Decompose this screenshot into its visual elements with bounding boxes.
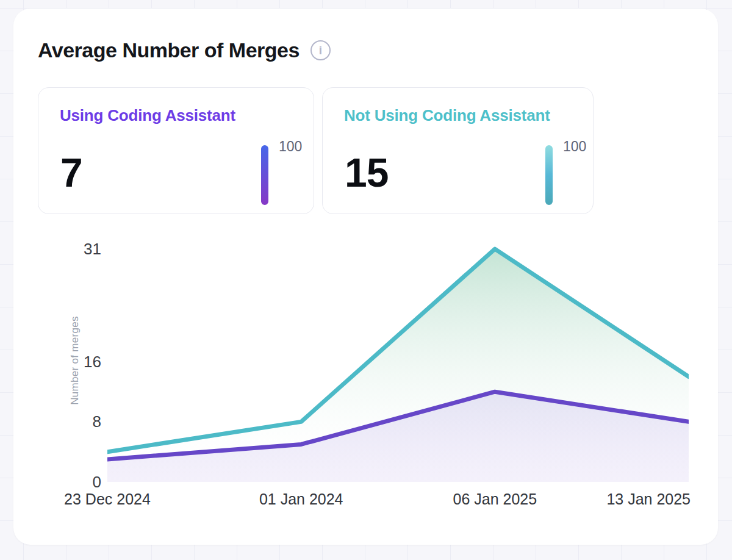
- x-tick-label: 13 Jan 2025: [606, 489, 691, 509]
- stats-row: Using Coding Assistant 7 100 Not Using C…: [38, 87, 594, 214]
- x-tick-label: 23 Dec 2024: [64, 489, 151, 509]
- stat-label: Using Coding Assistant: [60, 106, 235, 125]
- area-chart-plot[interactable]: [107, 238, 689, 488]
- y-axis-title: Number of merges: [69, 316, 81, 405]
- y-tick-label: 0: [13, 472, 101, 492]
- x-tick-label: 01 Jan 2024: [259, 489, 343, 509]
- x-tick-label: 06 Jan 2025: [453, 489, 537, 509]
- stat-bar-max-label: 100: [563, 139, 586, 154]
- y-tick-label: 16: [13, 352, 101, 372]
- stat-bar-max-label: 100: [279, 139, 302, 154]
- panel-header: Average Number of Merges i: [38, 37, 331, 63]
- stat-value: 15: [345, 153, 388, 193]
- gradient-bar-not-using: [545, 145, 553, 205]
- y-tick-label: 8: [13, 412, 101, 431]
- stat-card-using-coding-assistant: Using Coding Assistant 7 100: [38, 87, 314, 214]
- gradient-bar-using: [261, 145, 268, 205]
- stat-gauge: 100: [545, 139, 586, 205]
- merges-panel: Average Number of Merges i Using Coding …: [13, 9, 718, 545]
- stat-value: 7: [60, 153, 82, 193]
- page-title: Average Number of Merges: [38, 37, 300, 63]
- stat-label: Not Using Coding Assistant: [344, 106, 550, 125]
- stat-gauge: 100: [261, 139, 302, 205]
- info-icon[interactable]: i: [310, 40, 331, 60]
- y-tick-label: 31: [13, 239, 101, 259]
- stat-card-not-using-coding-assistant: Not Using Coding Assistant 15 100: [322, 87, 594, 214]
